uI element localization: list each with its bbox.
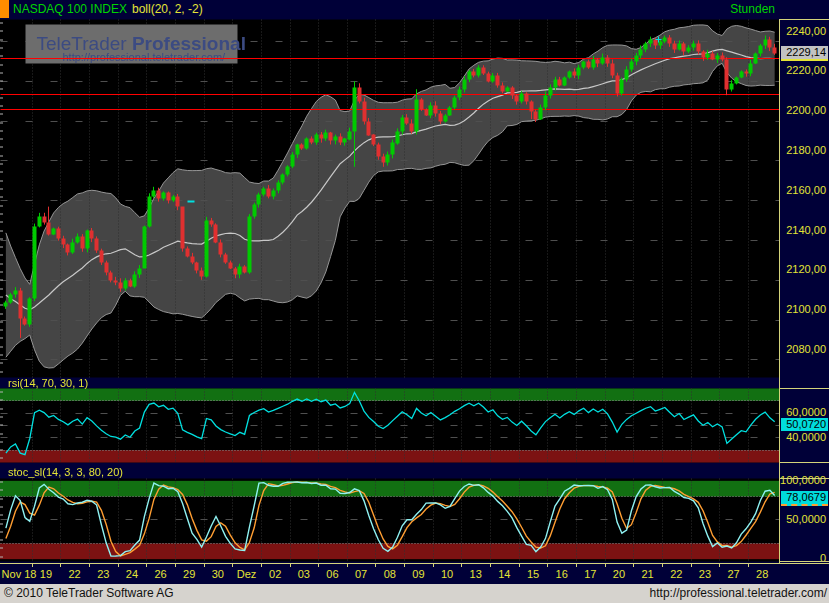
time-axis-tick (318, 564, 319, 567)
time-axis-label: 28 (756, 568, 768, 580)
value-axis[interactable]: 2229,14 50,0720 78,0679 2240,002220,0022… (779, 19, 829, 563)
rsi-value-label: 50,0720 (781, 418, 828, 431)
time-axis-label: 07 (355, 568, 367, 580)
price-axis-label: 2140,00 (786, 224, 826, 237)
copyright-text: © 2010 TeleTrader Software AG (4, 586, 174, 600)
study-label: boll(20, 2, -2) (132, 2, 203, 16)
time-axis-label: 03 (298, 568, 310, 580)
axis-pane-separator (780, 19, 829, 20)
time-axis-tick (576, 564, 577, 567)
price-axis-label: 2160,00 (786, 184, 826, 197)
price-axis-label: 2220,00 (786, 64, 826, 77)
time-axis-tick (32, 564, 33, 567)
time-axis-label: 22 (69, 568, 81, 580)
price-axis-label: 2200,00 (786, 104, 826, 117)
time-axis-tick (146, 564, 147, 567)
time-axis-label: 24 (126, 568, 138, 580)
price-axis-label: 2120,00 (786, 263, 826, 276)
time-axis-tick (633, 564, 634, 567)
time-axis-label: 02 (269, 568, 281, 580)
time-axis-tick (461, 564, 462, 567)
time-axis-tick (433, 564, 434, 567)
stoch-value-label: 78,0679 (781, 491, 828, 506)
time-axis-label: 08 (384, 568, 396, 580)
status-url-text: http://professional.teletrader.com/ (650, 586, 827, 600)
time-axis-label: 30 (212, 568, 224, 580)
symbol-name: NASDAQ 100 INDEX (13, 2, 127, 16)
time-axis-tick (347, 564, 348, 567)
time-axis-label: 26 (154, 568, 166, 580)
time-axis-label: 29 (183, 568, 195, 580)
time-axis-tick (748, 564, 749, 567)
time-axis-label: Dez (237, 568, 257, 580)
time-axis-tick (605, 564, 606, 567)
stoch-axis-label: 50,0000 (786, 513, 826, 526)
time-axis-label: 21 (642, 568, 654, 580)
price-axis-label: 2080,00 (786, 343, 826, 356)
time-axis-label: 27 (727, 568, 739, 580)
time-axis-label: 20 (613, 568, 625, 580)
price-axis-label: 2240,00 (786, 25, 826, 38)
teletrader-window: NASDAQ 100 INDEX boll(20, 2, -2) Stunden… (0, 0, 829, 603)
time-axis-tick (290, 564, 291, 567)
time-axis-tick (118, 564, 119, 567)
time-axis-tick (204, 564, 205, 567)
time-axis-tick (662, 564, 663, 567)
time-axis-tick (547, 564, 548, 567)
time-axis-label: 23 (699, 568, 711, 580)
stoch-panel-header: stoc_sl(14, 3, 3, 80, 20) (0, 466, 779, 478)
time-axis-tick (375, 564, 376, 567)
time-axis[interactable]: Nov 1819222324262930Dez02030607080910131… (0, 563, 829, 584)
time-axis-label: 15 (527, 568, 539, 580)
time-axis-tick (490, 564, 491, 567)
rsi-axis-label: 60,0000 (786, 406, 826, 419)
time-axis-tick (404, 564, 405, 567)
time-axis-label: 10 (441, 568, 453, 580)
axis-pane-separator (780, 388, 829, 389)
time-axis-label: 22 (670, 568, 682, 580)
last-price-label: 2229,14 (781, 46, 828, 61)
time-axis-label: 17 (584, 568, 596, 580)
time-axis-label: Nov 18 (2, 568, 37, 580)
instrument-icon (0, 0, 9, 18)
time-axis-label: 13 (470, 568, 482, 580)
axis-pane-separator (780, 478, 829, 479)
time-axis-label: 14 (498, 568, 510, 580)
time-axis-tick (60, 564, 61, 567)
time-axis-tick (519, 564, 520, 567)
time-axis-tick (261, 564, 262, 567)
time-axis-label: 16 (556, 568, 568, 580)
rsi-panel-header: rsi(14, 70, 30, 1) (0, 378, 779, 389)
time-axis-tick (719, 564, 720, 567)
axis-pane-separator (780, 462, 829, 463)
time-axis-label: 06 (326, 568, 338, 580)
chart-title-bar: NASDAQ 100 INDEX boll(20, 2, -2) Stunden (0, 0, 829, 19)
time-axis-tick (89, 564, 90, 567)
time-axis-tick (232, 564, 233, 567)
stoch-axis-label: 100,0000 (780, 474, 826, 487)
chart-canvas[interactable] (0, 19, 779, 563)
price-axis-label: 2180,00 (786, 144, 826, 157)
status-bar: © 2010 TeleTrader Software AG http://pro… (0, 584, 829, 603)
time-axis-tick (691, 564, 692, 567)
axis-pane-separator (780, 561, 829, 562)
time-axis-label: 09 (412, 568, 424, 580)
rsi-axis-label: 40,0000 (786, 431, 826, 444)
time-axis-tick (175, 564, 176, 567)
time-axis-label: 23 (97, 568, 109, 580)
timeframe-label: Stunden (730, 2, 775, 16)
time-axis-label: 19 (40, 568, 52, 580)
price-axis-label: 2100,00 (786, 303, 826, 316)
